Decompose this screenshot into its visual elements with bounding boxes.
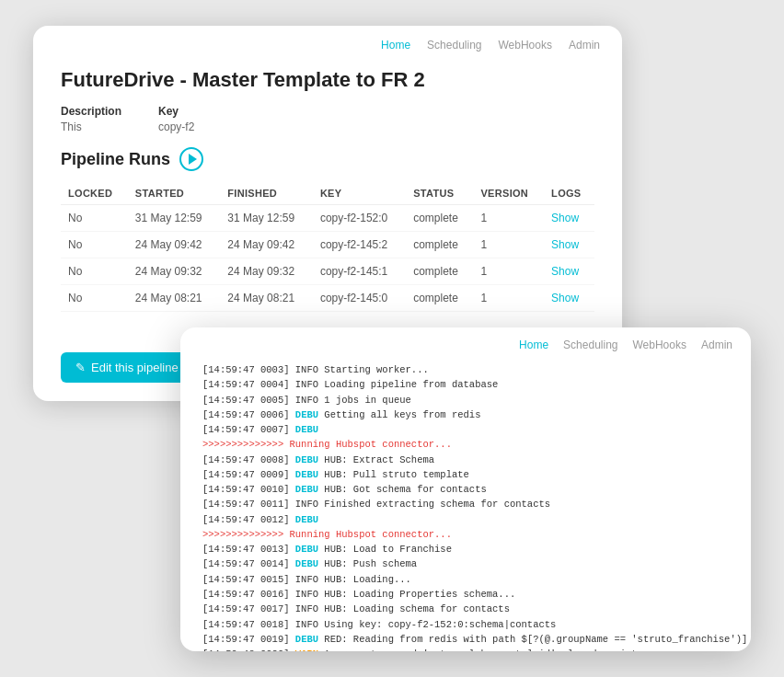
cell-status: complete (406, 232, 473, 258)
cell-status: complete (406, 285, 473, 312)
log-content: [14:59:47 0003] INFO Starting worker...[… (180, 357, 751, 651)
log-line: [14:59:47 0007] DEBU (202, 422, 729, 437)
bottom-nav-home[interactable]: Home (519, 338, 548, 351)
log-card: Home Scheduling WebHooks Admin [14:59:47… (180, 327, 751, 651)
cell-locked: No (61, 258, 128, 285)
nav-webhooks[interactable]: WebHooks (499, 39, 552, 52)
pipeline-runs-title: Pipeline Runs (61, 150, 170, 169)
cell-logs[interactable]: Show (544, 285, 594, 312)
key-label: Key (158, 105, 194, 118)
cell-status: complete (406, 205, 473, 232)
bottom-nav: Home Scheduling WebHooks Admin (180, 327, 751, 357)
nav-home[interactable]: Home (381, 39, 410, 52)
col-status: STATUS (406, 182, 473, 205)
edit-icon: ✎ (75, 361, 86, 374)
log-line: [14:59:47 0011] INFO Finished extracting… (202, 497, 729, 511)
table-row: No 24 May 09:42 24 May 09:42 copy-f2-145… (61, 232, 594, 258)
log-line: [14:59:47 0004] INFO Loading pipeline fr… (202, 377, 729, 392)
pipeline-runs-header: Pipeline Runs (61, 147, 594, 171)
cell-version: 1 (473, 232, 544, 258)
table-row: No 24 May 08:21 24 May 08:21 copy-f2-145… (61, 285, 594, 312)
log-line: [14:59:47 0012] DEBU (202, 512, 729, 527)
nav-admin[interactable]: Admin (569, 39, 600, 52)
cell-finished: 24 May 08:21 (220, 285, 313, 312)
log-line: [14:59:47 0008] DEBU HUB: Extract Schema (202, 453, 729, 467)
bottom-nav-scheduling[interactable]: Scheduling (563, 338, 617, 351)
top-nav: Home Scheduling WebHooks Admin (33, 26, 622, 59)
cell-key: copy-f2-145:1 (313, 258, 406, 285)
cell-key: copy-f2-145:2 (313, 232, 406, 258)
cell-version: 1 (473, 205, 544, 232)
log-line: [14:59:47 0016] INFO HUB: Loading Proper… (202, 587, 729, 602)
col-locked: LOCKED (61, 182, 128, 205)
bottom-nav-webhooks[interactable]: WebHooks (633, 338, 686, 351)
log-line: [14:59:47 0019] DEBU RED: Reading from r… (202, 632, 729, 647)
description-label: Description (61, 105, 121, 118)
table-header-row: LOCKED STARTED FINISHED KEY STATUS VERSI… (61, 182, 594, 205)
nav-scheduling[interactable]: Scheduling (427, 39, 481, 52)
cell-key: copy-f2-145:0 (313, 285, 406, 312)
cell-finished: 31 May 12:59 (220, 205, 313, 232)
cell-locked: No (61, 205, 128, 232)
cell-started: 24 May 08:21 (128, 285, 221, 312)
log-line: [14:59:47 0009] DEBU HUB: Pull struto te… (202, 467, 729, 482)
cell-started: 24 May 09:32 (128, 258, 221, 285)
log-line: [14:59:47 0013] DEBU HUB: Load to Franch… (202, 542, 729, 557)
log-line: >>>>>>>>>>>>>> Running Hubspot connector… (202, 437, 729, 452)
cell-finished: 24 May 09:42 (220, 232, 313, 258)
log-line: >>>>>>>>>>>>>> Running Hubspot connector… (202, 527, 729, 542)
table-row: No 31 May 12:59 31 May 12:59 copy-f2-152… (61, 205, 594, 232)
col-logs: LOGS (544, 182, 594, 205)
edit-pipeline-button[interactable]: ✎ Edit this pipeline (61, 352, 193, 383)
cell-finished: 24 May 09:32 (220, 258, 313, 285)
cell-locked: No (61, 232, 128, 258)
log-line: [14:59:47 0010] DEBU HUB: Got schema for… (202, 482, 729, 497)
page-title: FutureDrive - Master Template to FR 2 (61, 68, 594, 92)
col-started: STARTED (128, 182, 221, 205)
log-line: [14:59:47 0005] INFO 1 jobs in queue (202, 393, 729, 407)
cell-started: 24 May 09:42 (128, 232, 221, 258)
meta-key: Key copy-f2 (158, 105, 194, 134)
bottom-nav-admin[interactable]: Admin (701, 338, 732, 351)
cell-version: 1 (473, 258, 544, 285)
col-key: KEY (313, 182, 406, 205)
meta-row: Description This Key copy-f2 (61, 105, 594, 134)
meta-description: Description This (61, 105, 121, 134)
col-finished: FINISHED (220, 182, 313, 205)
log-line: [14:59:47 0015] INFO HUB: Loading... (202, 572, 729, 587)
table-row: No 24 May 09:32 24 May 09:32 copy-f2-145… (61, 258, 594, 285)
cell-started: 31 May 12:59 (128, 205, 221, 232)
log-line: [14:59:47 0014] DEBU HUB: Push schema (202, 557, 729, 571)
log-line: [14:59:47 0003] INFO Starting worker... (202, 362, 729, 377)
pipeline-runs-table: LOCKED STARTED FINISHED KEY STATUS VERSI… (61, 182, 594, 312)
log-line: [14:59:48 0020] WARN A property named 'e… (202, 647, 729, 651)
cell-locked: No (61, 285, 128, 312)
run-pipeline-button[interactable] (179, 147, 203, 171)
cell-key: copy-f2-152:0 (313, 205, 406, 232)
cell-status: complete (406, 258, 473, 285)
log-line: [14:59:47 0017] INFO HUB: Loading schema… (202, 602, 729, 616)
key-value: copy-f2 (158, 120, 194, 133)
cell-logs[interactable]: Show (544, 205, 594, 232)
edit-label: Edit this pipeline (91, 361, 179, 374)
log-line: [14:59:47 0006] DEBU Getting all keys fr… (202, 407, 729, 422)
col-version: VERSION (473, 182, 544, 205)
cell-logs[interactable]: Show (544, 258, 594, 285)
log-line: [14:59:47 0018] INFO Using key: copy-f2-… (202, 617, 729, 632)
cell-version: 1 (473, 285, 544, 312)
cell-logs[interactable]: Show (544, 232, 594, 258)
description-value: This (61, 120, 82, 133)
